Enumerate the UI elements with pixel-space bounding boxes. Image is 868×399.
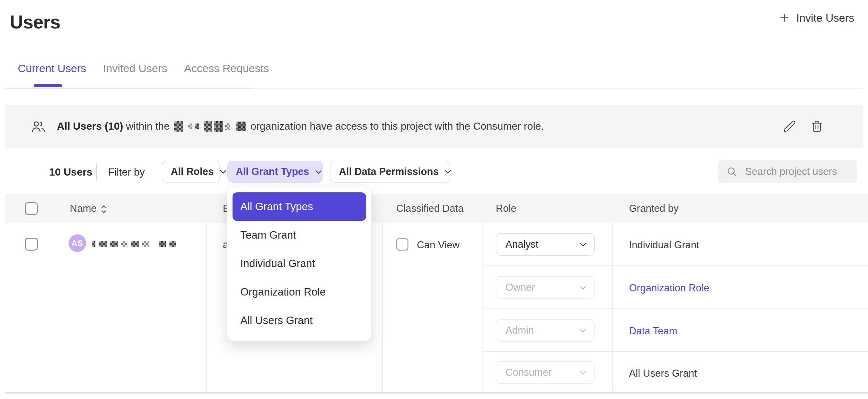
menu-item-all-users-grant[interactable]: All Users Grant	[232, 306, 366, 335]
all-grant-types-filter-button[interactable]: All Grant Types	[227, 161, 323, 183]
granted-by-data-team-link[interactable]: Data Team	[629, 325, 677, 337]
menu-item-team-grant[interactable]: Team Grant	[232, 221, 366, 249]
row-divider	[482, 308, 868, 309]
user-count: 10 Users	[49, 166, 92, 178]
role-select-owner: Owner	[496, 276, 595, 299]
banner-text: All Users (10) within the organization h…	[57, 120, 544, 132]
can-view-label: Can View	[417, 239, 460, 251]
select-all-checkbox[interactable]	[25, 202, 38, 215]
menu-item-individual-grant[interactable]: Individual Grant	[232, 249, 366, 278]
granted-by-organization-role-link[interactable]: Organization Role	[629, 282, 709, 294]
all-grant-types-label: All Grant Types	[236, 166, 309, 178]
users-page: Users Invite Users Current Users Invited…	[0, 0, 868, 399]
column-divider	[482, 223, 483, 393]
all-users-banner: All Users (10) within the organization h…	[5, 105, 863, 148]
menu-item-organization-role[interactable]: Organization Role	[232, 278, 366, 306]
chevron-down-icon	[445, 167, 452, 174]
tab-bar: Current Users Invited Users Access Reque…	[18, 62, 269, 75]
tab-access-requests[interactable]: Access Requests	[184, 62, 269, 75]
all-roles-filter-button[interactable]: All Roles	[162, 161, 220, 183]
invite-users-button[interactable]: Invite Users	[779, 8, 855, 27]
chevron-down-icon	[315, 167, 322, 174]
filter-divider	[96, 163, 97, 180]
granted-by-all-users-grant: All Users Grant	[629, 368, 697, 379]
column-header-name[interactable]: Name	[70, 203, 97, 214]
search-icon	[726, 166, 737, 177]
plus-icon	[779, 12, 790, 23]
granted-by-individual-grant: Individual Grant	[629, 239, 699, 251]
chevron-down-icon	[580, 327, 586, 332]
column-header-classified: Classified Data	[396, 203, 463, 214]
row-divider	[482, 266, 868, 266]
search-input[interactable]	[744, 165, 868, 178]
column-divider	[382, 223, 383, 393]
banner-text-bold: All Users (10)	[57, 120, 123, 132]
row-divider	[482, 351, 868, 352]
column-divider	[206, 223, 207, 393]
banner-text-mid: within the	[126, 120, 169, 132]
grant-type-dropdown-menu: All Grant Types Team Grant Individual Gr…	[227, 187, 372, 341]
chevron-down-icon	[580, 369, 586, 374]
role-select-admin: Admin	[496, 319, 595, 342]
menu-item-all-grant-types[interactable]: All Grant Types	[232, 192, 366, 221]
redacted-user-name	[92, 241, 176, 247]
column-header-role: Role	[496, 203, 517, 214]
column-header-granted-by: Granted by	[629, 203, 679, 214]
role-value: Consumer	[505, 367, 552, 378]
role-value: Owner	[505, 282, 535, 293]
role-select-analyst[interactable]: Analyst	[496, 233, 595, 256]
chevron-down-icon	[220, 167, 226, 174]
all-data-permissions-filter-button[interactable]: All Data Permissions	[330, 161, 450, 183]
tab-invited-users[interactable]: Invited Users	[103, 62, 167, 75]
sort-icon[interactable]	[100, 204, 107, 215]
all-data-permissions-label: All Data Permissions	[339, 166, 438, 178]
invite-users-label: Invite Users	[796, 12, 855, 24]
active-tab-indicator	[34, 84, 62, 87]
chevron-down-icon	[580, 283, 586, 289]
page-title: Users	[10, 11, 60, 33]
delete-banner-icon[interactable]	[810, 120, 824, 133]
tab-current-users[interactable]: Current Users	[18, 62, 86, 75]
can-view-checkbox[interactable]	[396, 238, 408, 251]
avatar: AS	[68, 235, 86, 252]
row-checkbox[interactable]	[25, 238, 38, 251]
column-divider	[612, 223, 613, 393]
users-group-icon	[31, 120, 46, 133]
chevron-down-icon	[580, 241, 586, 246]
search-project-users	[718, 160, 857, 183]
edit-banner-icon[interactable]	[783, 120, 796, 133]
tabbar-divider-dark	[5, 88, 252, 89]
all-roles-label: All Roles	[171, 166, 214, 178]
filter-by-label: Filter by	[108, 166, 145, 178]
role-value: Analyst	[505, 239, 538, 250]
redacted-org-name	[174, 121, 246, 132]
role-value: Admin	[505, 325, 534, 336]
row-divider-full	[5, 392, 868, 394]
banner-text-rest: organization have access to this project…	[251, 120, 544, 132]
role-select-consumer: Consumer	[496, 361, 595, 384]
